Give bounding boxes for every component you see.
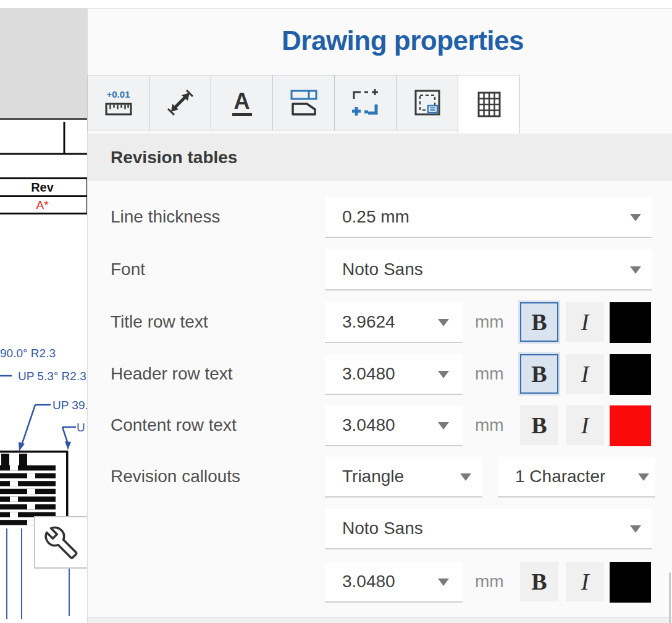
section-header-band: Revision tables: [88, 134, 672, 181]
tab-dimensions[interactable]: [149, 75, 211, 130]
callout-shape-value: Triangle: [342, 457, 404, 496]
content-row-label: Content row text: [111, 405, 237, 445]
panel-title: Drawing properties: [88, 25, 672, 56]
title-row-color-swatch[interactable]: [610, 302, 651, 343]
chevron-down-icon: [460, 473, 471, 481]
callout-unit: mm: [475, 562, 504, 601]
header-row-label: Header row text: [111, 354, 233, 394]
precision-badge: +0.01: [107, 90, 130, 100]
content-row-italic-button[interactable]: I: [566, 405, 604, 445]
table-grid-icon: [477, 91, 502, 118]
header-row-size-value: 3.0480: [342, 354, 395, 394]
drawing-canvas: Rev A* 90.0° R2.3 UP 5.3° R2.3 UP 39. U: [0, 8, 87, 623]
dimension-callout: UP 5.3° R2.3: [18, 370, 86, 383]
chevron-down-icon: [630, 525, 641, 533]
content-row-unit: mm: [475, 405, 504, 445]
callout-bold-button[interactable]: B: [520, 562, 558, 601]
scrollbar[interactable]: [669, 572, 671, 623]
line-thickness-select[interactable]: 0.25 mm: [325, 197, 652, 238]
annotation-frame-icon: [351, 88, 380, 117]
title-row-label: Title row text: [111, 302, 208, 342]
font-label: Font: [111, 250, 145, 289]
dimension-callout: 90.0° R2.3: [0, 347, 56, 360]
chevron-down-icon: [630, 266, 641, 274]
revision-table-header: Rev: [0, 179, 86, 197]
callout-shape-select[interactable]: Triangle: [325, 457, 482, 498]
chevron-down-icon: [438, 422, 449, 430]
header-row-size-select[interactable]: 3.0480: [325, 354, 463, 395]
chevron-down-icon: [638, 473, 649, 481]
tab-dimension-units[interactable]: +0.01: [87, 75, 149, 130]
callout-italic-button[interactable]: I: [566, 562, 604, 601]
revision-table: Rev A*: [0, 177, 88, 214]
view-label-icon: [290, 88, 318, 117]
callout-size-value: 3.0480: [342, 562, 395, 601]
dimension-callout: U: [77, 421, 85, 434]
content-row-size-select[interactable]: 3.0480: [325, 405, 463, 446]
tab-annotations[interactable]: [334, 75, 397, 130]
chevron-down-icon: [438, 319, 449, 326]
tab-sheet[interactable]: [396, 75, 458, 130]
title-row-unit: mm: [475, 302, 504, 342]
font-value: Noto Sans: [342, 250, 423, 289]
ruler-icon: [105, 101, 132, 116]
content-row-color-swatch[interactable]: [610, 405, 651, 446]
double-arrow-icon: [166, 88, 195, 117]
text-style-icon: A: [232, 90, 252, 116]
callout-size-select[interactable]: 3.0480: [325, 562, 463, 603]
content-row-size-value: 3.0480: [342, 405, 395, 445]
panel-bottom-strip: [88, 617, 672, 623]
font-select[interactable]: Noto Sans: [325, 250, 652, 290]
section-header: Revision tables: [111, 134, 237, 181]
header-row-color-swatch[interactable]: [610, 354, 651, 395]
tab-tables[interactable]: [458, 75, 520, 134]
revision-callouts-label: Revision callouts: [111, 457, 240, 496]
wrench-icon: [44, 526, 78, 559]
tab-text[interactable]: A: [211, 75, 273, 130]
line-thickness-label: Line thickness: [111, 197, 220, 237]
title-row-size-value: 3.9624: [342, 302, 395, 342]
callout-font-value: Noto Sans: [342, 509, 423, 548]
tab-views[interactable]: [272, 75, 335, 130]
chevron-down-icon: [630, 214, 641, 221]
title-row-italic-button[interactable]: I: [566, 302, 604, 342]
line-thickness-value: 0.25 mm: [342, 197, 410, 237]
header-row-unit: mm: [475, 354, 504, 394]
revision-table-value: A*: [0, 197, 86, 213]
title-row-bold-button[interactable]: B: [520, 302, 558, 342]
chevron-down-icon: [438, 578, 449, 586]
header-row-bold-button[interactable]: B: [520, 354, 558, 394]
content-row-bold-button[interactable]: B: [520, 405, 558, 445]
edit-tool-button[interactable]: [34, 516, 88, 569]
callout-color-swatch[interactable]: [610, 562, 651, 603]
dimension-callout: UP 39.: [52, 399, 88, 412]
callout-characters-select[interactable]: 1 Character: [498, 457, 655, 498]
header-row-italic-button[interactable]: I: [566, 354, 604, 394]
chevron-down-icon: [438, 371, 449, 378]
callout-characters-value: 1 Character: [515, 457, 605, 496]
title-row-size-select[interactable]: 3.9624: [325, 302, 463, 343]
drawing-properties-panel: Drawing properties +0.01 A: [87, 8, 672, 623]
callout-font-select[interactable]: Noto Sans: [325, 509, 652, 549]
sheet-border-icon: [413, 88, 442, 117]
